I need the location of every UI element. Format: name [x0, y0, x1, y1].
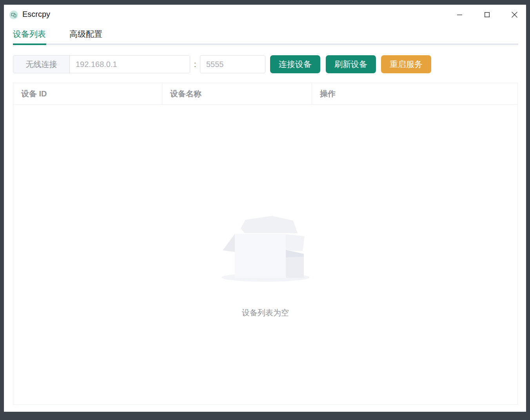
close-button[interactable]: [505, 7, 524, 22]
close-icon: [511, 11, 518, 18]
maximize-icon: [484, 12, 490, 18]
titlebar: Escrcpy: [4, 5, 526, 26]
ip-address-input[interactable]: [70, 56, 190, 73]
wireless-address-group: 无线连接: [13, 55, 190, 73]
column-header-device-id: 设备 ID: [13, 83, 162, 104]
tabs-nav: 设备列表 高级配置: [13, 29, 102, 40]
app-logo-icon: [9, 11, 18, 19]
table-header-row: 设备 ID 设备名称 操作: [13, 83, 517, 105]
minimize-button[interactable]: [450, 7, 469, 22]
app-title: Escrcpy: [22, 10, 50, 19]
empty-box-illustration: [220, 216, 310, 282]
refresh-devices-button[interactable]: 刷新设备: [326, 55, 376, 73]
minimize-icon: [457, 12, 463, 18]
maximize-button[interactable]: [477, 7, 496, 22]
column-header-actions: 操作: [312, 83, 517, 104]
device-table: 设备 ID 设备名称 操作 设备列表为空: [13, 83, 518, 405]
tab-active-indicator: [13, 43, 46, 45]
empty-state-text: 设备列表为空: [242, 308, 289, 318]
connect-device-button[interactable]: 连接设备: [270, 55, 320, 73]
tab-device-list[interactable]: 设备列表: [13, 29, 46, 40]
tab-advanced-config[interactable]: 高级配置: [69, 29, 102, 40]
port-input[interactable]: [200, 55, 265, 73]
port-separator: :: [190, 55, 200, 73]
table-body-empty-state: 设备列表为空: [13, 105, 517, 404]
app-window: Escrcpy 设备列表 高级配置: [4, 5, 526, 412]
wireless-connect-label: 无线连接: [13, 56, 70, 73]
column-header-device-name: 设备名称: [162, 83, 312, 104]
connection-toolbar: 无线连接 : 连接设备 刷新设备 重启服务: [13, 55, 431, 73]
restart-service-button[interactable]: 重启服务: [381, 55, 431, 73]
window-controls: [450, 7, 524, 22]
tabs-underline-track: [13, 43, 518, 45]
